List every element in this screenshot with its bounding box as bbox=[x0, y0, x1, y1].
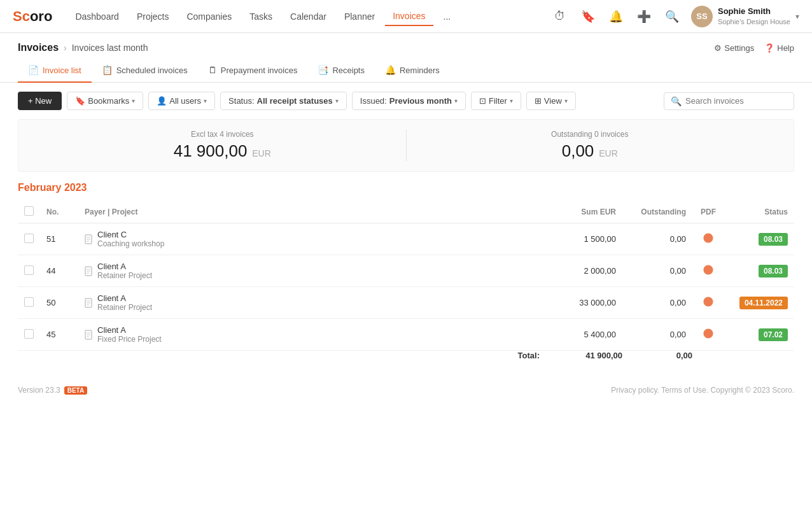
row-checkbox-3[interactable] bbox=[24, 329, 34, 339]
users-chevron-icon: ▾ bbox=[204, 97, 207, 104]
pdf-download-icon-3[interactable] bbox=[703, 330, 714, 341]
summary-outstanding-label: Outstanding 0 invoices bbox=[407, 130, 774, 139]
summary-outstanding: Outstanding 0 invoices 0,00 EUR bbox=[406, 130, 774, 161]
settings-link[interactable]: ⚙ Settings bbox=[714, 43, 754, 53]
breadcrumb-current: Invoices last month bbox=[72, 43, 148, 53]
view-button[interactable]: ⊞ View ▾ bbox=[526, 92, 576, 110]
nav-tasks[interactable]: Tasks bbox=[242, 8, 280, 25]
table-row: 44 Client A Retainer Project 2 000,00 bbox=[18, 255, 794, 287]
logo[interactable]: Scoro bbox=[13, 8, 52, 25]
all-users-button[interactable]: 👤 All users ▾ bbox=[148, 92, 215, 110]
tab-invoice-list[interactable]: 📄 Invoice list bbox=[18, 59, 92, 83]
status-badge-3: 07.02 bbox=[759, 328, 788, 341]
th-no: No. bbox=[40, 201, 78, 223]
nav-dashboard[interactable]: Dashboard bbox=[67, 8, 127, 25]
filter-button[interactable]: ⊡ Filter ▾ bbox=[471, 92, 521, 110]
th-pdf: PDF bbox=[692, 201, 724, 223]
summary-outstanding-currency: EUR bbox=[599, 148, 618, 158]
tab-reminders[interactable]: 🔔 Reminders bbox=[375, 59, 450, 83]
doc-icon-0 bbox=[85, 234, 94, 244]
bookmark-icon[interactable]: 🔖 bbox=[579, 8, 597, 25]
row-no-1[interactable]: 44 bbox=[40, 255, 78, 287]
user-area[interactable]: SS Sophie Smith Sophie's Design House ▾ bbox=[691, 6, 799, 27]
row-status-1: 08.03 bbox=[724, 255, 794, 287]
row-checkbox-2[interactable] bbox=[24, 297, 34, 307]
nav-calendar[interactable]: Calendar bbox=[283, 8, 334, 25]
nav-invoices[interactable]: Invoices bbox=[385, 7, 433, 26]
pdf-download-icon-2[interactable] bbox=[703, 299, 714, 309]
row-pdf-2[interactable] bbox=[692, 287, 724, 319]
payer-name-0[interactable]: Client C bbox=[97, 230, 164, 239]
row-checkbox-0[interactable] bbox=[24, 234, 34, 243]
timer-icon[interactable]: ⏱ bbox=[551, 8, 569, 25]
summary-outstanding-amount: 0,00 bbox=[562, 141, 594, 160]
search-small-icon: 🔍 bbox=[671, 96, 682, 106]
row-sum-1: 2 000,00 bbox=[546, 255, 622, 287]
total-label: Total: bbox=[518, 351, 540, 360]
row-pdf-3[interactable] bbox=[692, 319, 724, 351]
select-all-checkbox[interactable] bbox=[24, 206, 34, 216]
search-box[interactable]: 🔍 bbox=[664, 92, 794, 110]
row-no-3[interactable]: 45 bbox=[40, 319, 78, 351]
doc-icon-2 bbox=[85, 298, 94, 308]
receipts-icon: 📑 bbox=[318, 65, 328, 75]
prepayment-icon: 🗒 bbox=[208, 65, 217, 75]
breadcrumb-root[interactable]: Invoices bbox=[18, 42, 59, 53]
payer-name-2[interactable]: Client A bbox=[97, 293, 152, 303]
page-footer: Version 23.3 BETA Privacy policy. Terms … bbox=[0, 376, 812, 405]
row-payer-1: Client A Retainer Project bbox=[78, 255, 546, 287]
row-checkbox-1[interactable] bbox=[24, 265, 34, 275]
total-row: Total: 41 900,00 0,00 bbox=[18, 351, 794, 361]
issued-filter-button[interactable]: Issued: Previous month ▾ bbox=[352, 92, 466, 110]
doc-icon-1 bbox=[85, 266, 94, 276]
tab-prepayment-invoices[interactable]: 🗒 Prepayment invoices bbox=[198, 59, 308, 83]
pdf-download-icon-1[interactable] bbox=[703, 267, 714, 278]
tab-receipts[interactable]: 📑 Receipts bbox=[307, 59, 375, 83]
payer-name-3[interactable]: Client A bbox=[97, 325, 162, 335]
nav-companies[interactable]: Companies bbox=[179, 8, 239, 25]
toolbar: + New 🔖 Bookmarks ▾ 👤 All users ▾ Status… bbox=[0, 83, 812, 119]
row-pdf-1[interactable] bbox=[692, 255, 724, 287]
row-status-0: 08.03 bbox=[724, 223, 794, 255]
row-no-2[interactable]: 50 bbox=[40, 287, 78, 319]
bell-icon[interactable]: 🔔 bbox=[607, 8, 625, 25]
total-outstanding: 0,00 bbox=[622, 351, 692, 361]
nav-projects[interactable]: Projects bbox=[129, 8, 177, 25]
new-button[interactable]: + New bbox=[18, 92, 62, 110]
payer-name-1[interactable]: Client A bbox=[97, 262, 152, 271]
th-payer: Payer | Project bbox=[78, 201, 546, 223]
row-no-0[interactable]: 51 bbox=[40, 223, 78, 255]
nav-more[interactable]: ... bbox=[436, 8, 459, 25]
tab-scheduled-invoices[interactable]: 📋 Scheduled invoices bbox=[92, 59, 198, 83]
view-chevron-icon: ▾ bbox=[564, 97, 568, 104]
row-sum-2: 33 000,00 bbox=[546, 287, 622, 319]
invoice-list-icon: 📄 bbox=[28, 65, 39, 75]
bookmarks-button[interactable]: 🔖 Bookmarks ▾ bbox=[67, 92, 143, 110]
reminders-icon: 🔔 bbox=[385, 65, 396, 75]
filter-icon: ⊡ bbox=[479, 96, 486, 106]
pdf-download-icon-0[interactable] bbox=[703, 235, 714, 246]
th-sum: Sum EUR bbox=[546, 201, 622, 223]
search-icon[interactable]: 🔍 bbox=[663, 8, 681, 25]
row-status-2: 04.11.2022 bbox=[724, 287, 794, 319]
copyright-text: Privacy policy. Terms of Use. Copyright … bbox=[611, 386, 794, 395]
add-icon[interactable]: ➕ bbox=[635, 8, 653, 25]
help-link[interactable]: ❓ Help bbox=[764, 43, 794, 53]
row-pdf-0[interactable] bbox=[692, 223, 724, 255]
search-input[interactable] bbox=[685, 96, 787, 106]
status-filter-button[interactable]: Status: All receipt statuses ▾ bbox=[220, 92, 347, 110]
row-checkbox-cell-1 bbox=[18, 255, 40, 287]
row-outstanding-1: 0,00 bbox=[622, 255, 692, 287]
status-chevron-icon: ▾ bbox=[335, 97, 339, 104]
payer-project-2: Retainer Project bbox=[97, 303, 152, 312]
nav-planner[interactable]: Planner bbox=[337, 8, 382, 25]
payer-project-1: Retainer Project bbox=[97, 271, 152, 280]
nav-links: Dashboard Projects Companies Tasks Calen… bbox=[67, 7, 551, 26]
settings-icon: ⚙ bbox=[714, 43, 722, 53]
nav-right-icons: ⏱ 🔖 🔔 ➕ 🔍 SS Sophie Smith Sophie's Desig… bbox=[551, 6, 799, 27]
th-checkbox bbox=[18, 201, 40, 223]
doc-icon-3 bbox=[85, 330, 94, 340]
breadcrumb-bar: Invoices › Invoices last month ⚙ Setting… bbox=[0, 33, 812, 59]
row-outstanding-0: 0,00 bbox=[622, 223, 692, 255]
filter-chevron-icon: ▾ bbox=[510, 97, 513, 104]
